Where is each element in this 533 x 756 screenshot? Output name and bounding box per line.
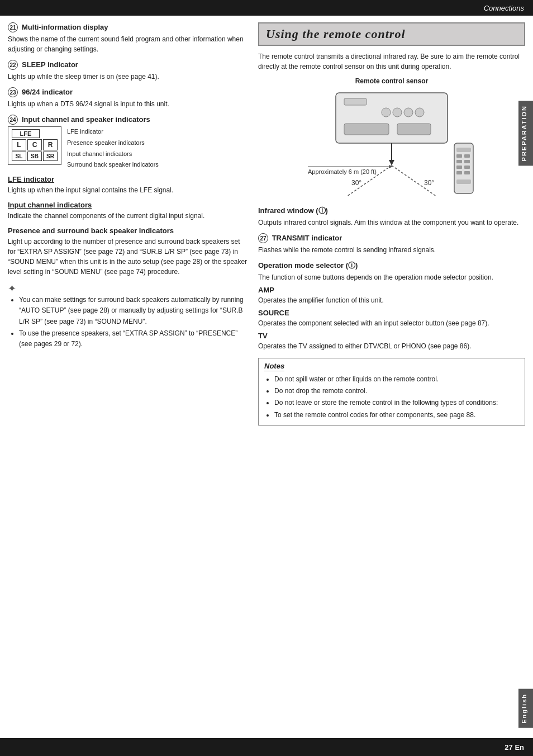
- svg-rect-15: [456, 148, 471, 152]
- body-21: Shows the name of the current sound fiel…: [8, 34, 248, 54]
- preparation-tab: PREPARATION: [518, 101, 533, 166]
- num-24: 24: [8, 115, 18, 125]
- star-note-1: You can make settings for surround back …: [19, 295, 248, 327]
- presence-title-text: Presence and surround back speaker indic…: [8, 226, 174, 235]
- indicator-diagram: LFE L C R SL SB SR: [8, 126, 61, 167]
- notes-title: Notes: [264, 362, 284, 371]
- header-section-label: Connections: [484, 4, 524, 12]
- presence-body: Light up according to the number of pres…: [8, 237, 248, 277]
- infrared-body: Outputs infrared control signals. Aim th…: [258, 218, 525, 228]
- num-22: 22: [8, 60, 18, 70]
- svg-rect-7: [397, 124, 431, 135]
- operation-mode-title: Operation mode selector (ⓘ): [258, 261, 525, 271]
- svg-rect-23: [464, 171, 470, 174]
- notes-item-2: Do not drop the remote control.: [274, 386, 519, 396]
- svg-point-4: [404, 108, 413, 117]
- lfe-indicator-body: Lights up when the input signal contains…: [8, 185, 248, 195]
- footer-bar: 27 En: [0, 738, 533, 756]
- notes-item-1: Do not spill water or other liquids on t…: [274, 374, 519, 385]
- svg-rect-17: [464, 154, 470, 158]
- section-23: 23 96/24 indicator: [8, 87, 248, 97]
- left-column: 21 Multi-information display Shows the n…: [8, 22, 248, 430]
- lfe-indicator-heading: LFE indicator: [8, 175, 248, 183]
- section-22: 22 SLEEP indicator: [8, 60, 248, 70]
- svg-rect-22: [456, 171, 462, 174]
- notes-item-4: To set the remote control codes for othe…: [274, 410, 519, 420]
- amp-label: AMP: [258, 286, 525, 294]
- transmit-title: 27 TRANSMIT indicator: [258, 233, 525, 243]
- tv-label: TV: [258, 332, 525, 340]
- transmit-section: 27 TRANSMIT indicator Flashes while the …: [258, 233, 525, 255]
- page-number: 27 En: [505, 743, 524, 752]
- num-23: 23: [8, 87, 18, 97]
- amp-body: Operates the amplifier function of this …: [258, 295, 525, 305]
- intro-text: The remote control transmits a direction…: [258, 51, 525, 72]
- remote-diagram: Remote control sensor: [258, 77, 525, 199]
- infrared-window-section: Infrared window (ⓘ) Outputs infrared con…: [258, 206, 525, 228]
- svg-rect-19: [464, 160, 470, 163]
- svg-text:30°: 30°: [424, 179, 434, 187]
- tv-body: Operates the TV assigned to either DTV/C…: [258, 341, 525, 351]
- svg-point-2: [382, 108, 391, 117]
- source-body: Operates the component selected with an …: [258, 318, 525, 328]
- svg-rect-6: [344, 124, 389, 135]
- remote-diagram-svg: 30° 30° Approximately 6 m (20 ft): [302, 87, 481, 199]
- english-tab: English: [518, 689, 533, 728]
- svg-text:30°: 30°: [351, 179, 361, 187]
- star-notes-list: You can make settings for surround back …: [8, 295, 248, 349]
- presence-indicator-label: Presence speaker indicators: [67, 138, 159, 149]
- notes-box: Notes Do not spill water or other liquid…: [258, 358, 525, 426]
- lfe-indicator-label: LFE indicator: [67, 126, 159, 138]
- title-23: 96/24 indicator: [22, 88, 73, 96]
- svg-rect-1: [344, 98, 367, 105]
- transmit-label: TRANSMIT: [272, 234, 310, 242]
- notes-item-3: Do not leave or store the remote control…: [274, 398, 519, 408]
- star-note-2: To use the presence speakers, set “EXTRA…: [19, 328, 248, 349]
- preparation-label: PREPARATION: [521, 105, 527, 161]
- transmit-num: 27: [258, 233, 268, 243]
- surround-back-label: Surround back speaker indicators: [67, 159, 159, 171]
- infrared-title-text: Infrared window (ⓘ): [258, 206, 328, 215]
- big-section-title: Using the remote control: [258, 22, 525, 46]
- body-23: Lights up when a DTS 96/24 signal is inp…: [8, 99, 248, 109]
- transmit-body: Flashes while the remote control is send…: [258, 245, 525, 255]
- input-channel-body: Indicate the channel components of the c…: [8, 211, 248, 221]
- svg-rect-24: [456, 179, 471, 184]
- transmit-indicator-label: indicator: [311, 234, 342, 242]
- svg-rect-21: [464, 166, 470, 169]
- svg-rect-16: [456, 154, 462, 158]
- operation-mode-section: Operation mode selector (ⓘ) The function…: [258, 261, 525, 351]
- indicator-labels: LFE indicator Presence speaker indicator…: [67, 126, 159, 171]
- input-channel-label: Input channel indicators: [67, 149, 159, 160]
- indicator-diagram-section: LFE L C R SL SB SR LFE indicator P: [8, 126, 248, 171]
- star-icon: ✦: [8, 282, 248, 295]
- svg-rect-18: [456, 160, 462, 163]
- source-label: SOURCE: [258, 309, 525, 317]
- svg-point-5: [415, 108, 424, 117]
- section-21: 21 Multi-information display: [8, 22, 248, 32]
- english-label: English: [521, 693, 527, 724]
- notes-list: Do not spill water or other liquids on t…: [264, 374, 519, 420]
- title-21: Multi-information display: [22, 23, 108, 31]
- body-22: Lights up while the sleep timer is on (s…: [8, 72, 248, 82]
- title-22: SLEEP indicator: [22, 60, 78, 69]
- section-24: 24 Input channel and speaker indicators: [8, 115, 248, 125]
- infrared-title: Infrared window (ⓘ): [258, 206, 525, 216]
- num-21: 21: [8, 22, 18, 32]
- svg-rect-20: [456, 166, 462, 169]
- main-layout: 21 Multi-information display Shows the n…: [0, 16, 533, 430]
- title-24: Input channel and speaker indicators: [22, 115, 150, 124]
- right-column: Using the remote control The remote cont…: [258, 22, 525, 430]
- svg-text:Approximately 6 m (20 ft): Approximately 6 m (20 ft): [308, 168, 377, 175]
- svg-point-3: [393, 108, 402, 117]
- header-bar: Connections: [0, 0, 533, 16]
- svg-marker-9: [389, 160, 394, 166]
- operation-mode-body: The function of some buttons depends on …: [258, 272, 525, 282]
- sensor-label: Remote control sensor: [258, 77, 525, 85]
- input-channel-heading: Input channel indicators: [8, 201, 248, 209]
- presence-heading: Presence and surround back speaker indic…: [8, 226, 248, 235]
